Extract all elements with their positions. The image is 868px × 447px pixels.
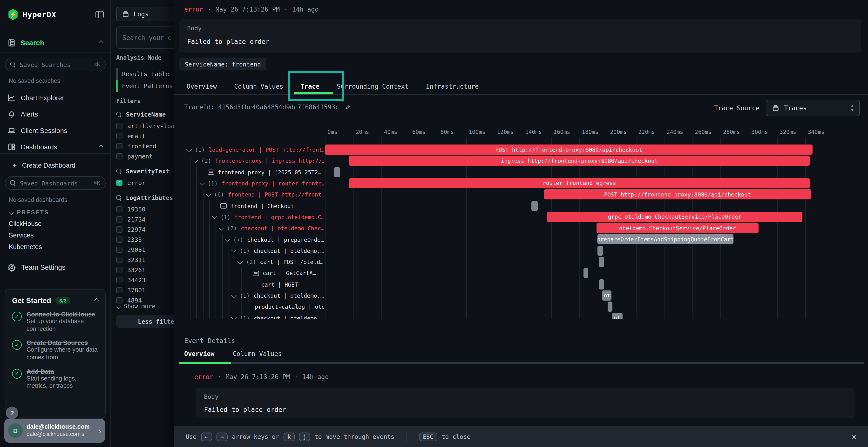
span-marker[interactable] xyxy=(334,167,340,177)
filter-checkbox-row[interactable]: 29081 xyxy=(116,245,175,255)
span-tree-row[interactable]: (2)cart | POST /oteld… xyxy=(174,256,324,268)
chevron-down-icon[interactable] xyxy=(193,158,198,163)
span-marker[interactable] xyxy=(599,279,604,289)
span-marker[interactable] xyxy=(531,201,538,211)
chevron-down-icon[interactable] xyxy=(212,214,217,219)
span-tree-row[interactable]: product-catalog | ote… xyxy=(174,301,324,313)
get-started-item[interactable]: ✓ Connect to ClickHouse Set up your data… xyxy=(12,311,98,333)
checkbox[interactable] xyxy=(116,257,123,263)
event-search-input[interactable]: Search your e xyxy=(116,27,175,49)
chevron-down-icon[interactable] xyxy=(206,191,211,197)
span-bar[interactable]: prepareOrderItemsAndShippingQuoteFromCar… xyxy=(598,234,734,244)
sidebar-collapse-icon[interactable] xyxy=(95,11,104,18)
chevron-up-icon[interactable] xyxy=(94,298,99,303)
sidebar-item-dashboards[interactable]: Dashboards xyxy=(0,140,111,154)
checkbox[interactable] xyxy=(116,277,123,283)
span-tree-row[interactable]: frontend-proxy | [2025-05-25T2… xyxy=(174,167,324,178)
span-tree-row[interactable]: cart | HGET xyxy=(174,279,324,290)
user-menu[interactable]: D dale@clickhouse.com dale@clickhouse.co… xyxy=(4,419,105,443)
span-tree-row[interactable]: (1)checkout | oteldemo.… xyxy=(174,290,324,302)
filter-checkbox-row[interactable]: 34423 xyxy=(116,275,175,285)
search-icon[interactable] xyxy=(116,168,122,174)
checkbox[interactable] xyxy=(116,123,123,129)
checkbox[interactable] xyxy=(116,247,123,253)
get-started-item[interactable]: ✓ Add Data Start sending logs, metrics, … xyxy=(12,368,98,390)
filter-checkbox-row[interactable]: 19350 xyxy=(116,204,175,214)
filter-checkbox-row[interactable]: email xyxy=(116,131,175,141)
error-span-bar[interactable]: grpc.oteldemo.CheckoutService/PlaceOrder xyxy=(547,212,803,222)
error-span-bar[interactable]: router frontend egress xyxy=(349,178,810,188)
tab-overview[interactable]: Overview xyxy=(187,82,217,90)
span-marker[interactable] xyxy=(608,302,613,312)
span-marker[interactable]: ot… xyxy=(602,290,612,301)
checkbox[interactable] xyxy=(116,133,123,139)
checkbox[interactable] xyxy=(116,153,123,160)
checkbox[interactable] xyxy=(116,297,123,304)
show-more-button[interactable]: Show more xyxy=(117,303,155,310)
trace-source-select[interactable]: Traces ▲▼ xyxy=(766,100,860,116)
span-marker[interactable] xyxy=(599,257,604,267)
edit-pencil-icon[interactable]: ✎ xyxy=(346,103,350,111)
chevron-down-icon[interactable] xyxy=(231,315,237,319)
filter-checkbox-row[interactable]: frontend xyxy=(116,141,175,151)
sidebar-item-team-settings[interactable]: Team Settings xyxy=(0,260,73,275)
sidebar-item-alerts[interactable]: Alerts xyxy=(0,107,111,122)
error-span-bar[interactable]: oteldemo.CheckoutService/PlaceOrder xyxy=(596,223,759,233)
create-dashboard-button[interactable]: + Create Dashboard xyxy=(5,158,83,172)
span-tree-row[interactable]: frontend | Checkout xyxy=(174,200,324,212)
span-tree-row[interactable]: (1)checkout | oteldemo.… xyxy=(174,313,324,319)
checkbox[interactable] xyxy=(116,287,123,294)
filter-checkbox-row[interactable]: error xyxy=(116,178,175,188)
presets-toggle[interactable]: PRESETS xyxy=(0,207,111,218)
close-icon[interactable]: ✕ xyxy=(852,432,857,441)
span-tree-row[interactable]: (2)frontend-proxy | ingress http://… xyxy=(174,156,324,167)
chevron-down-icon[interactable] xyxy=(238,259,243,264)
error-span-bar[interactable]: POST http://frontend-proxy:8080/api/chec… xyxy=(325,144,812,154)
checkbox-checked[interactable] xyxy=(116,180,123,186)
checkbox[interactable] xyxy=(116,216,123,222)
sidebar-item-clickhouse[interactable]: ClickHouse xyxy=(0,218,111,229)
span-tree-row[interactable]: (1)frontend-proxy | router fronte… xyxy=(174,178,324,189)
span-tree-row[interactable]: (1)frontend | grpc.oteldemo.C… xyxy=(174,212,324,223)
sidebar-item-services[interactable]: Services xyxy=(0,229,111,241)
filter-checkbox-row[interactable]: 2333 xyxy=(116,235,175,245)
sidebar-item-search[interactable]: Search xyxy=(0,33,111,53)
span-tree-row[interactable]: (7)checkout | prepareOrde… xyxy=(174,234,324,245)
tab-surrounding-context[interactable]: Surrounding Context xyxy=(337,82,408,90)
span-marker[interactable]: ot… xyxy=(612,313,623,319)
error-span-bar[interactable]: POST http://frontend-proxy:8080/api/chec… xyxy=(544,189,811,199)
error-span-bar[interactable]: ingress http://frontend-proxy:8080/api/c… xyxy=(349,156,810,166)
sidebar-item-kubernetes[interactable]: Kubernetes xyxy=(0,241,111,252)
saved-searches-input[interactable]: Saved Searches ⌘K xyxy=(5,58,105,71)
saved-dashboards-input[interactable]: Saved Dashboards ⌘K xyxy=(5,176,105,190)
tab-ed-column-values[interactable]: Column Values xyxy=(233,350,282,357)
tab-ed-overview[interactable]: Overview xyxy=(184,350,214,357)
span-tree-row[interactable]: (2)checkout | oteldemo.Chec… xyxy=(174,223,324,234)
chevron-up-icon[interactable] xyxy=(99,40,103,45)
source-select-button[interactable]: Logs xyxy=(116,7,175,21)
checkbox[interactable] xyxy=(116,206,123,212)
chevron-down-icon[interactable] xyxy=(231,247,237,253)
search-icon[interactable] xyxy=(116,195,122,201)
chevron-down-icon[interactable] xyxy=(231,293,237,298)
checkbox[interactable] xyxy=(116,143,123,149)
span-marker[interactable] xyxy=(584,268,589,278)
search-icon[interactable] xyxy=(116,111,122,117)
chevron-up-icon[interactable] xyxy=(99,144,103,149)
sidebar-item-client-sessions[interactable]: Client Sessions xyxy=(0,123,111,138)
span-tree-row[interactable]: (1)load-generator | POST http://front… xyxy=(174,144,324,156)
filter-checkbox-row[interactable]: payment xyxy=(116,151,175,161)
span-marker[interactable] xyxy=(598,245,603,255)
chevron-down-icon[interactable] xyxy=(218,225,224,231)
checkbox[interactable] xyxy=(116,267,123,273)
help-button[interactable]: ? xyxy=(6,407,18,419)
chevron-down-icon[interactable] xyxy=(186,146,192,152)
less-filters-button[interactable]: Less filters xyxy=(116,315,175,328)
checkbox[interactable] xyxy=(116,237,123,243)
filter-checkbox-row[interactable]: 32311 xyxy=(116,255,175,265)
span-tree-row[interactable]: cart | GetCartA… xyxy=(174,268,324,279)
chevron-down-icon[interactable] xyxy=(199,180,205,186)
service-name-chip[interactable]: ServiceName: frontend xyxy=(179,58,266,70)
filter-checkbox-row[interactable]: artillery-loa xyxy=(116,121,175,131)
tab-column-values[interactable]: Column Values xyxy=(234,82,283,90)
